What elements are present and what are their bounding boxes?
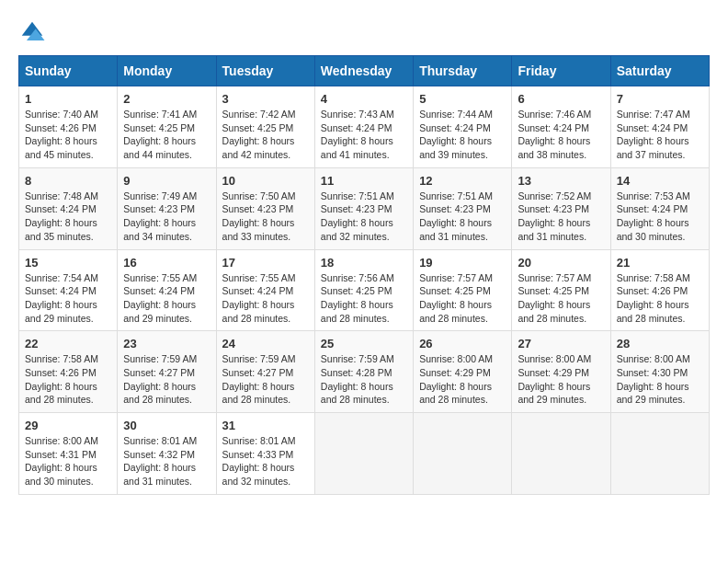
day-cell-8: 8 Sunrise: 7:48 AM Sunset: 4:24 PM Dayli…: [19, 167, 118, 249]
day-cell-11: 11 Sunrise: 7:51 AM Sunset: 4:23 PM Dayl…: [314, 167, 413, 249]
day-info: Sunrise: 7:49 AM Sunset: 4:23 PM Dayligh…: [123, 190, 210, 244]
day-cell-28: 28 Sunrise: 8:00 AM Sunset: 4:30 PM Dayl…: [610, 331, 709, 413]
day-cell-30: 30 Sunrise: 8:01 AM Sunset: 4:32 PM Dayl…: [118, 413, 216, 495]
day-number: 25: [321, 337, 407, 350]
day-info: Sunrise: 7:51 AM Sunset: 4:23 PM Dayligh…: [321, 190, 407, 244]
day-number: 18: [321, 256, 407, 270]
day-info: Sunrise: 7:41 AM Sunset: 4:25 PM Dayligh…: [123, 108, 210, 162]
day-number: 2: [123, 92, 210, 106]
day-number: 27: [518, 337, 604, 350]
day-info: Sunrise: 7:57 AM Sunset: 4:25 PM Dayligh…: [518, 271, 604, 326]
day-cell-3: 3 Sunrise: 7:42 AM Sunset: 4:25 PM Dayli…: [216, 86, 314, 168]
day-number: 8: [25, 174, 111, 188]
day-cell-31: 31 Sunrise: 8:01 AM Sunset: 4:33 PM Dayl…: [216, 413, 314, 495]
day-info: Sunrise: 8:00 AM Sunset: 4:30 PM Dayligh…: [617, 352, 703, 407]
day-header-thursday: Thursday: [414, 56, 512, 86]
day-number: 31: [222, 419, 309, 432]
day-cell-25: 25 Sunrise: 7:59 AM Sunset: 4:28 PM Dayl…: [314, 331, 413, 413]
day-number: 22: [25, 337, 111, 350]
day-number: 7: [617, 92, 703, 106]
day-cell-26: 26 Sunrise: 8:00 AM Sunset: 4:29 PM Dayl…: [414, 331, 512, 413]
day-info: Sunrise: 8:01 AM Sunset: 4:32 PM Dayligh…: [123, 434, 210, 488]
day-number: 6: [518, 92, 604, 106]
day-info: Sunrise: 7:50 AM Sunset: 4:23 PM Dayligh…: [222, 190, 309, 244]
day-cell-24: 24 Sunrise: 7:59 AM Sunset: 4:27 PM Dayl…: [216, 331, 314, 413]
day-info: Sunrise: 7:59 AM Sunset: 4:27 PM Dayligh…: [222, 352, 309, 407]
day-number: 26: [419, 337, 506, 350]
day-cell-23: 23 Sunrise: 7:59 AM Sunset: 4:27 PM Dayl…: [118, 331, 216, 413]
day-number: 21: [617, 256, 703, 270]
day-info: Sunrise: 7:46 AM Sunset: 4:24 PM Dayligh…: [518, 108, 604, 162]
day-header-friday: Friday: [512, 56, 610, 86]
day-cell-15: 15 Sunrise: 7:54 AM Sunset: 4:24 PM Dayl…: [19, 249, 118, 331]
day-cell-13: 13 Sunrise: 7:52 AM Sunset: 4:23 PM Dayl…: [512, 167, 610, 249]
day-number: 4: [321, 92, 407, 106]
day-number: 28: [617, 337, 703, 350]
day-number: 23: [123, 337, 210, 350]
day-number: 30: [123, 419, 210, 432]
day-info: Sunrise: 7:44 AM Sunset: 4:24 PM Dayligh…: [419, 108, 506, 162]
day-number: 5: [419, 92, 506, 106]
calendar-week-5: 29 Sunrise: 8:00 AM Sunset: 4:31 PM Dayl…: [19, 413, 710, 495]
day-cell-27: 27 Sunrise: 8:00 AM Sunset: 4:29 PM Dayl…: [512, 331, 610, 413]
day-number: 15: [25, 256, 111, 270]
day-number: 13: [518, 174, 604, 188]
day-info: Sunrise: 7:55 AM Sunset: 4:24 PM Dayligh…: [123, 271, 210, 326]
empty-cell: [512, 413, 610, 495]
day-number: 19: [419, 256, 506, 270]
day-info: Sunrise: 7:51 AM Sunset: 4:23 PM Dayligh…: [419, 190, 506, 244]
day-info: Sunrise: 7:56 AM Sunset: 4:25 PM Dayligh…: [321, 271, 407, 326]
day-info: Sunrise: 8:00 AM Sunset: 4:31 PM Dayligh…: [25, 434, 111, 488]
day-cell-17: 17 Sunrise: 7:55 AM Sunset: 4:24 PM Dayl…: [216, 249, 314, 331]
day-number: 9: [123, 174, 210, 188]
day-number: 24: [222, 337, 309, 350]
day-cell-14: 14 Sunrise: 7:53 AM Sunset: 4:24 PM Dayl…: [610, 167, 709, 249]
day-cell-4: 4 Sunrise: 7:43 AM Sunset: 4:24 PM Dayli…: [314, 86, 413, 168]
empty-cell: [610, 413, 709, 495]
day-info: Sunrise: 7:54 AM Sunset: 4:24 PM Dayligh…: [25, 271, 111, 326]
day-number: 11: [321, 174, 407, 188]
calendar-header-row: SundayMondayTuesdayWednesdayThursdayFrid…: [19, 56, 710, 86]
day-number: 20: [518, 256, 604, 270]
day-cell-6: 6 Sunrise: 7:46 AM Sunset: 4:24 PM Dayli…: [512, 86, 610, 168]
day-info: Sunrise: 7:59 AM Sunset: 4:27 PM Dayligh…: [123, 352, 210, 407]
day-info: Sunrise: 7:52 AM Sunset: 4:23 PM Dayligh…: [518, 190, 604, 244]
day-info: Sunrise: 7:47 AM Sunset: 4:24 PM Dayligh…: [617, 108, 703, 162]
day-cell-20: 20 Sunrise: 7:57 AM Sunset: 4:25 PM Dayl…: [512, 249, 610, 331]
day-number: 29: [25, 419, 111, 432]
day-number: 10: [222, 174, 309, 188]
day-info: Sunrise: 7:58 AM Sunset: 4:26 PM Dayligh…: [25, 352, 111, 407]
day-info: Sunrise: 7:59 AM Sunset: 4:28 PM Dayligh…: [321, 352, 407, 407]
day-info: Sunrise: 7:58 AM Sunset: 4:26 PM Dayligh…: [617, 271, 703, 326]
calendar-week-1: 1 Sunrise: 7:40 AM Sunset: 4:26 PM Dayli…: [19, 86, 710, 168]
day-header-monday: Monday: [118, 56, 216, 86]
day-info: Sunrise: 7:55 AM Sunset: 4:24 PM Dayligh…: [222, 271, 309, 326]
day-cell-22: 22 Sunrise: 7:58 AM Sunset: 4:26 PM Dayl…: [19, 331, 118, 413]
day-info: Sunrise: 8:00 AM Sunset: 4:29 PM Dayligh…: [419, 352, 506, 407]
day-info: Sunrise: 8:01 AM Sunset: 4:33 PM Dayligh…: [222, 434, 309, 488]
day-header-wednesday: Wednesday: [314, 56, 413, 86]
day-header-tuesday: Tuesday: [216, 56, 314, 86]
day-header-saturday: Saturday: [610, 56, 709, 86]
day-number: 12: [419, 174, 506, 188]
day-info: Sunrise: 8:00 AM Sunset: 4:29 PM Dayligh…: [518, 352, 604, 407]
day-cell-9: 9 Sunrise: 7:49 AM Sunset: 4:23 PM Dayli…: [118, 167, 216, 249]
day-cell-7: 7 Sunrise: 7:47 AM Sunset: 4:24 PM Dayli…: [610, 86, 709, 168]
day-cell-18: 18 Sunrise: 7:56 AM Sunset: 4:25 PM Dayl…: [314, 249, 413, 331]
day-cell-19: 19 Sunrise: 7:57 AM Sunset: 4:25 PM Dayl…: [414, 249, 512, 331]
empty-cell: [314, 413, 413, 495]
page-header: [18, 18, 710, 46]
day-info: Sunrise: 7:43 AM Sunset: 4:24 PM Dayligh…: [321, 108, 407, 162]
day-cell-21: 21 Sunrise: 7:58 AM Sunset: 4:26 PM Dayl…: [610, 249, 709, 331]
day-info: Sunrise: 7:57 AM Sunset: 4:25 PM Dayligh…: [419, 271, 506, 326]
empty-cell: [414, 413, 512, 495]
day-info: Sunrise: 7:48 AM Sunset: 4:24 PM Dayligh…: [25, 190, 111, 244]
day-info: Sunrise: 7:42 AM Sunset: 4:25 PM Dayligh…: [222, 108, 309, 162]
logo-icon: [18, 18, 46, 46]
day-info: Sunrise: 7:53 AM Sunset: 4:24 PM Dayligh…: [617, 190, 703, 244]
day-number: 14: [617, 174, 703, 188]
day-cell-2: 2 Sunrise: 7:41 AM Sunset: 4:25 PM Dayli…: [118, 86, 216, 168]
day-number: 1: [25, 92, 111, 106]
day-cell-10: 10 Sunrise: 7:50 AM Sunset: 4:23 PM Dayl…: [216, 167, 314, 249]
day-cell-1: 1 Sunrise: 7:40 AM Sunset: 4:26 PM Dayli…: [19, 86, 118, 168]
